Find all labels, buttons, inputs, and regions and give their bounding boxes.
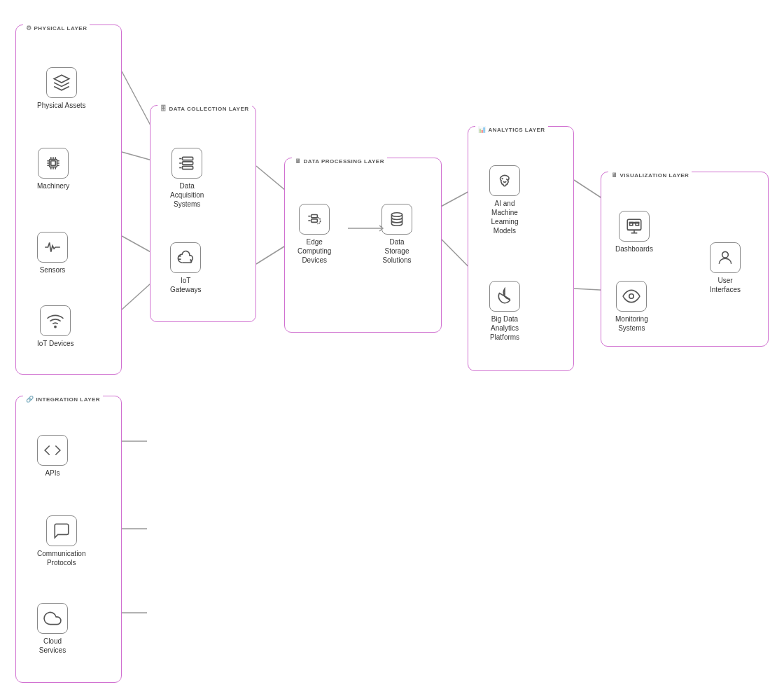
machinery-label: Machinery [37,181,69,190]
data-acquisition-label: DataAcquisitionSystems [170,181,204,209]
sensors-label: Sensors [40,265,66,275]
diagram-canvas: ⚙ PHYSICAL LAYER Physical Assets [0,0,784,694]
iot-devices-node: IoT Devices [37,305,74,348]
brain-icon [489,165,520,196]
svg-point-23 [629,294,634,299]
big-data-node: Big DataAnalyticsPlatforms [489,281,520,342]
svg-point-24 [722,251,729,258]
link-icon: 🔗 [26,396,34,403]
person-icon [710,242,741,273]
integration-layer-label: 🔗 INTEGRATION LAYER [23,396,103,403]
svg-rect-11 [51,161,56,166]
dashboards-label: Dashboards [615,244,653,254]
edge-computing-label: EdgeComputingDevices [298,237,331,265]
user-interfaces-label: UserInterfaces [710,276,741,294]
code-icon [37,435,68,466]
analytics-layer-label: 📊 ANALYTICS LAYER [475,126,548,133]
data-collection-layer-label: 🗄 DATA COLLECTION LAYER [158,105,252,112]
cloud2-icon [37,603,68,634]
svg-rect-22 [629,223,638,223]
monitor-icon: 🖥 [611,172,618,179]
iot-gateways-node: IoTGateways [170,242,201,294]
database-icon: 🗄 [160,105,167,112]
cloud-services-label: CloudServices [39,637,66,655]
monitoring-node: MonitoringSystems [615,281,648,333]
edge-to-storage-arrow [344,218,386,239]
visualization-layer-box: 🖥 VISUALIZATION LAYER Dashboards [601,172,769,347]
analytics-layer-box: 📊 ANALYTICS LAYER AI andMachineLearningM… [468,126,574,371]
server-stack-icon [172,148,202,179]
edge-device-icon [299,204,330,235]
chat-icon [46,515,77,546]
pulse-icon [37,232,68,263]
sensors-node: Sensors [37,232,68,275]
svg-point-18 [391,213,402,216]
visualization-layer-label: 🖥 VISUALIZATION LAYER [608,172,692,179]
comm-protocols-node: CommunicationProtocols [37,515,85,567]
ai-ml-label: AI andMachineLearningModels [491,199,519,235]
apis-node: APIs [37,435,68,478]
iot-devices-label: IoT Devices [37,339,74,348]
pie-chart-icon [489,281,520,312]
bar-chart-icon: 📊 [478,126,486,133]
physical-assets-label: Physical Assets [37,101,85,110]
iot-gateways-label: IoTGateways [170,276,201,294]
dashboard-icon [619,211,650,242]
physical-layer-label: ⚙ PHYSICAL LAYER [23,25,90,32]
svg-rect-15 [183,166,193,169]
monitoring-label: MonitoringSystems [615,314,648,333]
physical-layer-box: ⚙ PHYSICAL LAYER Physical Assets [15,25,122,375]
svg-rect-14 [183,162,193,165]
eye-icon [616,281,647,312]
svg-rect-13 [183,157,193,160]
integration-layer-box: 🔗 INTEGRATION LAYER APIs CommunicationPr… [15,396,122,683]
dashboards-node: Dashboards [615,211,653,254]
svg-point-12 [55,326,56,328]
data-acquisition-node: DataAcquisitionSystems [170,148,204,209]
cloud-gateway-icon [170,242,201,273]
user-interfaces-node: UserInterfaces [710,242,741,294]
data-collection-layer-box: 🗄 DATA COLLECTION LAYER DataAcquisitionS… [150,105,256,322]
chip-icon [38,148,69,179]
svg-rect-17 [312,219,318,222]
data-processing-layer-label: 🖥 DATA PROCESSING LAYER [292,158,387,165]
big-data-label: Big DataAnalyticsPlatforms [490,314,519,342]
edge-computing-node: EdgeComputingDevices [298,204,331,265]
ai-ml-node: AI andMachineLearningModels [489,165,520,235]
wifi-icon [40,305,71,336]
data-storage-label: DataStorageSolutions [382,237,411,265]
physical-assets-node: Physical Assets [37,67,85,110]
svg-rect-16 [312,215,318,218]
cpu-icon: 🖥 [295,158,302,165]
gear-icon: ⚙ [26,25,32,32]
apis-label: APIs [45,469,59,478]
cloud-services-node: CloudServices [37,603,68,655]
box-icon [46,67,77,98]
data-processing-layer-box: 🖥 DATA PROCESSING LAYER EdgeComputingDev… [284,158,442,333]
comm-protocols-label: CommunicationProtocols [37,549,85,567]
machinery-node: Machinery [37,148,69,190]
